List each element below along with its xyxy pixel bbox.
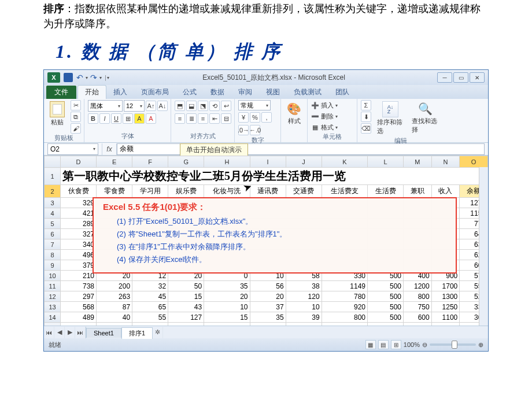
italic-button[interactable]: I [99, 113, 110, 124]
data-cell[interactable]: 56 [250, 281, 286, 291]
data-cell[interactable]: 263 [97, 291, 132, 302]
fill-icon[interactable]: ⬇ [361, 112, 371, 122]
font-select[interactable]: 黑体▾ [88, 100, 123, 112]
nav-prev-icon[interactable]: ◀ [54, 327, 65, 338]
data-cell[interactable]: 496 [61, 250, 97, 260]
data-cell[interactable]: 600 [404, 312, 432, 323]
tab-formulas[interactable]: 公式 [176, 86, 204, 99]
cut-icon[interactable]: ✂ [71, 100, 81, 110]
data-cell[interactable]: 35 [204, 281, 250, 291]
new-sheet-icon[interactable]: ✲ [153, 327, 163, 338]
data-cell[interactable]: 200 [97, 281, 132, 291]
data-cell[interactable]: 500 [368, 291, 404, 302]
inc-decimal-icon[interactable]: .0→ [238, 125, 249, 135]
data-cell[interactable]: 87 [97, 302, 132, 312]
data-cell[interactable]: 15 [168, 291, 204, 302]
copy-icon[interactable]: ⧉ [71, 112, 81, 122]
data-cell[interactable]: 50 [168, 281, 204, 291]
data-cell[interactable] [404, 323, 432, 326]
formula-input[interactable]: 余额 单击开始自动演示 [117, 143, 485, 155]
data-cell[interactable]: 738 [61, 281, 97, 291]
delete-cells-button[interactable]: ➖删除▾ [311, 111, 338, 121]
orientation-icon[interactable]: ⟲ [209, 101, 220, 111]
row-header[interactable]: 15 [45, 323, 61, 326]
border-button[interactable]: ⊞ [123, 113, 133, 124]
clear-icon[interactable]: ⌫ [361, 123, 371, 134]
data-cell[interactable]: 1250 [431, 302, 460, 312]
data-cell[interactable] [250, 323, 286, 326]
fill-color-button[interactable]: A [134, 113, 145, 124]
data-cell[interactable]: 20 [204, 291, 250, 302]
data-cell[interactable]: 35 [250, 312, 286, 323]
indent-dec-icon[interactable]: ⇤ [209, 113, 220, 124]
row-header[interactable]: 9 [45, 260, 61, 271]
sheet-title-cell[interactable]: 第一职教中心学校数控专业二班5月份学生生活费用一览 [61, 168, 488, 185]
data-cell[interactable] [368, 323, 404, 326]
align-middle-icon[interactable]: ⬓ [186, 101, 197, 111]
data-cell[interactable]: 38 [286, 281, 322, 291]
nav-next-icon[interactable]: ▶ [65, 327, 75, 338]
data-cell[interactable]: 120 [286, 291, 322, 302]
data-cell[interactable]: 10 [286, 302, 322, 312]
col-header[interactable]: K [322, 156, 367, 168]
nav-first-icon[interactable]: ⏮ [44, 327, 54, 338]
paste-button[interactable]: 粘贴 [47, 100, 67, 128]
tab-layout[interactable]: 页面布局 [134, 86, 176, 99]
data-cell[interactable]: 489 [61, 312, 97, 323]
data-cell[interactable]: 750 [404, 302, 432, 312]
data-cell[interactable]: 127 [168, 312, 204, 323]
header-cell[interactable]: 零食费 [97, 185, 132, 198]
font-color-button[interactable]: A [146, 113, 156, 124]
col-header[interactable]: I [250, 156, 286, 168]
zoom-slider[interactable] [430, 343, 476, 346]
comma-icon[interactable]: , [261, 112, 272, 123]
maximize-button[interactable]: ▭ [453, 72, 468, 83]
data-cell[interactable]: 500 [368, 281, 404, 291]
find-select-button[interactable]: 🔍 查找和选择 [409, 100, 441, 135]
data-cell[interactable] [168, 323, 204, 326]
styles-button[interactable]: 🎨 样式 [285, 100, 304, 127]
row-header[interactable]: 8 [45, 250, 61, 260]
data-cell[interactable]: 379 [61, 260, 97, 271]
format-painter-icon[interactable]: 🖌 [71, 123, 81, 134]
align-top-icon[interactable]: ⬒ [175, 101, 185, 111]
col-header[interactable]: G [168, 156, 204, 168]
header-cell[interactable]: 伙食费 [61, 185, 97, 198]
data-cell[interactable] [322, 323, 367, 326]
tab-review[interactable]: 审阅 [231, 86, 259, 99]
col-header[interactable]: H [204, 156, 250, 168]
data-cell[interactable] [431, 323, 460, 326]
data-cell[interactable] [97, 323, 132, 326]
data-cell[interactable]: 210 [61, 271, 97, 281]
undo-icon[interactable]: ↶ [75, 73, 84, 82]
header-cell[interactable]: 兼职 [404, 185, 432, 198]
minimize-button[interactable]: ─ [437, 72, 452, 83]
row-header[interactable]: 12 [45, 291, 61, 302]
row-header[interactable]: 7 [45, 239, 61, 250]
tab-view[interactable]: 视图 [259, 86, 287, 99]
view-normal-icon[interactable]: ▦ [365, 340, 376, 349]
data-cell[interactable]: 1300 [431, 291, 460, 302]
tab-team[interactable]: 团队 [328, 86, 356, 99]
shrink-font-icon[interactable]: A↓ [157, 101, 168, 111]
data-cell[interactable]: 40 [97, 312, 132, 323]
data-cell[interactable]: 32 [132, 281, 168, 291]
data-cell[interactable]: 500 [368, 312, 404, 323]
data-cell[interactable]: 297 [61, 291, 97, 302]
merge-cells-icon[interactable]: ⊟ [221, 113, 231, 124]
nav-last-icon[interactable]: ⏭ [75, 327, 86, 338]
data-cell[interactable]: 780 [322, 291, 367, 302]
data-cell[interactable]: 1700 [431, 281, 460, 291]
tab-insert[interactable]: 插入 [106, 86, 134, 99]
number-format-select[interactable]: 常规▾ [238, 100, 271, 110]
insert-cells-button[interactable]: ➕插入▾ [311, 100, 338, 110]
tab-data[interactable]: 数据 [204, 86, 231, 99]
col-header[interactable]: E [97, 156, 132, 168]
data-cell[interactable]: 15 [204, 312, 250, 323]
row-header[interactable]: 5 [45, 219, 61, 229]
grid-area[interactable]: DEFGHIJKLMNO1第一职教中心学校数控专业二班5月份学生生活费用一览2伙… [44, 156, 488, 326]
dec-decimal-icon[interactable]: ←.0 [250, 125, 260, 135]
data-cell[interactable] [286, 323, 322, 326]
redo-icon[interactable]: ↷ [89, 73, 98, 82]
fx-button[interactable]: fx [102, 143, 117, 155]
